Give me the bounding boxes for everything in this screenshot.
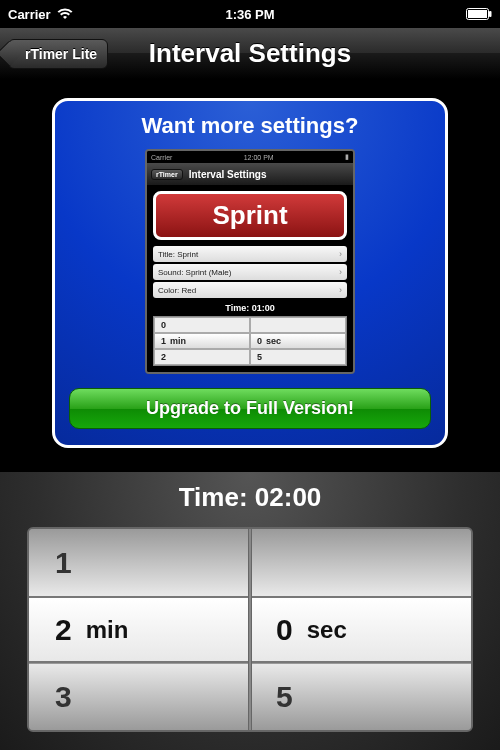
mini-status-time: 12:00 PM <box>244 154 274 161</box>
wifi-icon <box>57 8 73 20</box>
status-right <box>466 8 492 20</box>
mini-pick-cell <box>250 317 346 333</box>
mini-nav-title: Interval Settings <box>189 169 267 180</box>
mini-picker: 0 1min 0sec 2 5 <box>153 316 347 366</box>
svg-rect-2 <box>489 11 492 17</box>
svg-rect-1 <box>468 10 487 18</box>
picker-minutes-above[interactable]: 1 <box>29 529 250 596</box>
upgrade-button-label: Upgrade to Full Version! <box>146 398 354 418</box>
picker-seconds-below[interactable]: 5 <box>250 663 471 730</box>
mini-time-label: Time: 01:00 <box>153 303 347 313</box>
mini-body: Sprint Title: Sprint› Sound: Sprint (Mal… <box>147 185 353 372</box>
unit-min: min <box>86 616 129 644</box>
upgrade-button[interactable]: Upgrade to Full Version! <box>69 388 431 429</box>
mini-battery-icon: ▮ <box>345 153 349 161</box>
mini-pick-cell: 0 <box>154 317 250 333</box>
picker-minutes-below[interactable]: 3 <box>29 663 250 730</box>
mini-row-sound: Sound: Sprint (Male)› <box>153 264 347 280</box>
status-time: 1:36 PM <box>225 7 274 22</box>
back-button-label: rTimer Lite <box>25 46 97 62</box>
mini-row-title: Title: Sprint› <box>153 246 347 262</box>
status-bar: Carrier 1:36 PM <box>0 0 500 28</box>
mini-row-color: Color: Red› <box>153 282 347 298</box>
chevron-right-icon: › <box>339 249 342 259</box>
promo-section: Want more settings? Carrier 12:00 PM ▮ r… <box>0 80 500 472</box>
unit-sec: sec <box>307 616 347 644</box>
picker-seconds-selected[interactable]: 0sec <box>250 596 471 663</box>
mini-pick-cell: 1min <box>154 333 250 349</box>
chevron-right-icon: › <box>339 285 342 295</box>
picker-minutes-selected[interactable]: 2min <box>29 596 250 663</box>
mini-pick-cell: 2 <box>154 349 250 365</box>
nav-bar: rTimer Lite Interval Settings <box>0 28 500 80</box>
mini-status-bar: Carrier 12:00 PM ▮ <box>147 151 353 163</box>
mini-carrier: Carrier <box>151 154 172 161</box>
promo-screenshot: Carrier 12:00 PM ▮ rTimer Interval Setti… <box>145 149 355 374</box>
mini-nav-bar: rTimer Interval Settings <box>147 163 353 185</box>
promo-heading: Want more settings? <box>69 113 431 139</box>
time-label: Time: 02:00 <box>0 482 500 513</box>
page-title: Interval Settings <box>149 38 351 69</box>
battery-icon <box>466 8 492 20</box>
carrier-label: Carrier <box>8 7 51 22</box>
mini-sprint-badge: Sprint <box>153 191 347 240</box>
mini-pick-cell: 5 <box>250 349 346 365</box>
time-picker[interactable]: 1 2min 0sec 3 5 <box>27 527 473 732</box>
mini-back-button: rTimer <box>151 169 183 180</box>
mini-settings-rows: Title: Sprint› Sound: Sprint (Male)› Col… <box>153 246 347 298</box>
promo-card: Want more settings? Carrier 12:00 PM ▮ r… <box>52 98 448 448</box>
mini-pick-cell: 0sec <box>250 333 346 349</box>
chevron-right-icon: › <box>339 267 342 277</box>
back-button[interactable]: rTimer Lite <box>8 39 108 69</box>
time-section: Time: 02:00 1 2min 0sec 3 5 <box>0 472 500 750</box>
status-left: Carrier <box>8 7 73 22</box>
picker-seconds-above[interactable] <box>250 529 471 596</box>
